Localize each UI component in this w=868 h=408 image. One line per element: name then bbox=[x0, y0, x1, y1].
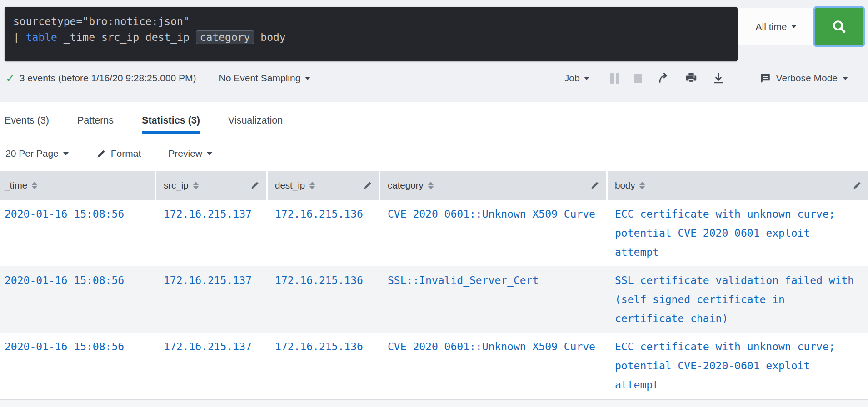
job-controls: Job bbox=[564, 72, 848, 85]
table-row: 2020-01-16 15:08:56 172.16.215.137 172.1… bbox=[0, 200, 868, 266]
cell-dest-ip[interactable]: 172.16.215.136 bbox=[268, 337, 379, 394]
export-button[interactable] bbox=[712, 72, 725, 85]
cell-time[interactable]: 2020-01-16 15:08:56 bbox=[0, 204, 155, 262]
edit-column-icon[interactable] bbox=[250, 180, 260, 190]
cell-src-ip[interactable]: 172.16.215.137 bbox=[156, 337, 266, 394]
search-button[interactable] bbox=[815, 8, 863, 45]
tab-statistics[interactable]: Statistics (3) bbox=[142, 115, 200, 134]
table-row: 2020-01-16 15:08:56 172.16.215.137 172.1… bbox=[0, 333, 868, 399]
search-header-area: sourcetype="bro:notice:json"| table _tim… bbox=[0, 0, 868, 102]
search-query-input[interactable]: sourcetype="bro:notice:json"| table _tim… bbox=[5, 7, 738, 61]
share-button[interactable] bbox=[658, 72, 670, 85]
cell-body[interactable]: ECC certificate with unknown curve; pote… bbox=[608, 204, 868, 262]
table-bottom-divider bbox=[0, 399, 868, 407]
sort-icon[interactable] bbox=[193, 182, 199, 189]
column-label: dest_ip bbox=[275, 180, 305, 191]
column-label: body bbox=[615, 180, 635, 191]
cell-src-ip[interactable]: 172.16.215.137 bbox=[156, 271, 266, 328]
query-args: _time src_ip dest_ip bbox=[64, 31, 190, 43]
event-sampling-label: No Event Sampling bbox=[219, 73, 301, 84]
cell-body[interactable]: SSL certificate validation failed with (… bbox=[608, 271, 868, 328]
tab-visualization[interactable]: Visualization bbox=[228, 115, 283, 134]
query-keyword: table bbox=[26, 31, 57, 43]
table-row: 2020-01-16 15:08:56 172.16.215.137 172.1… bbox=[0, 266, 868, 333]
results-table-header: _time src_ip dest_ip category body bbox=[0, 171, 868, 200]
cell-category[interactable]: CVE_2020_0601::Unknown_X509_Curve bbox=[380, 337, 606, 394]
job-status-bar: ✓ 3 events (before 1/16/20 9:28:25.000 P… bbox=[5, 68, 863, 89]
column-header-category[interactable]: category bbox=[380, 171, 606, 200]
search-mode-label: Verbose Mode bbox=[776, 73, 838, 84]
chevron-down-icon bbox=[791, 25, 797, 28]
cell-category[interactable]: SSL::Invalid_Server_Cert bbox=[380, 271, 606, 328]
preview-label: Preview bbox=[168, 148, 202, 159]
share-icon bbox=[658, 72, 670, 85]
time-range-picker[interactable]: All time bbox=[738, 8, 815, 45]
sort-icon[interactable] bbox=[32, 182, 37, 189]
query-pipe: | bbox=[13, 31, 20, 43]
column-header-src-ip[interactable]: src_ip bbox=[156, 171, 266, 200]
cell-time[interactable]: 2020-01-16 15:08:56 bbox=[0, 271, 155, 328]
column-header-time[interactable]: _time bbox=[0, 171, 155, 200]
pause-button[interactable] bbox=[610, 73, 619, 84]
chevron-down-icon bbox=[63, 152, 69, 155]
result-summary: 3 events (before 1/16/20 9:28:25.000 PM) bbox=[20, 73, 196, 84]
check-icon: ✓ bbox=[5, 72, 15, 84]
cell-src-ip[interactable]: 172.16.215.137 bbox=[156, 204, 266, 262]
query-selected-token[interactable]: category bbox=[196, 30, 254, 44]
edit-column-icon[interactable] bbox=[852, 180, 862, 190]
cell-dest-ip[interactable]: 172.16.215.136 bbox=[268, 271, 379, 328]
pencil-icon bbox=[96, 149, 106, 159]
verbose-mode-icon bbox=[759, 72, 771, 84]
search-icon bbox=[831, 19, 848, 35]
column-header-body[interactable]: body bbox=[608, 171, 868, 200]
column-header-dest-ip[interactable]: dest_ip bbox=[268, 171, 379, 200]
time-range-label: All time bbox=[756, 21, 787, 32]
job-menu-label: Job bbox=[564, 73, 580, 84]
format-button[interactable]: Format bbox=[96, 148, 141, 159]
per-page-dropdown[interactable]: 20 Per Page bbox=[5, 148, 69, 159]
search-bar: sourcetype="bro:notice:json"| table _tim… bbox=[5, 7, 863, 61]
search-mode-dropdown[interactable]: Verbose Mode bbox=[759, 72, 848, 84]
column-label: src_ip bbox=[164, 180, 189, 191]
sort-icon[interactable] bbox=[309, 182, 315, 189]
event-sampling-dropdown[interactable]: No Event Sampling bbox=[219, 73, 311, 84]
tab-events[interactable]: Events (3) bbox=[5, 115, 49, 134]
pause-icon bbox=[610, 73, 614, 84]
chevron-down-icon bbox=[843, 77, 848, 80]
statistics-toolbar: 20 Per Page Format Preview bbox=[0, 134, 868, 171]
cell-dest-ip[interactable]: 172.16.215.136 bbox=[268, 204, 379, 262]
chevron-down-icon bbox=[305, 77, 310, 80]
job-menu[interactable]: Job bbox=[564, 73, 589, 84]
query-trailing: body bbox=[260, 31, 285, 43]
preview-dropdown[interactable]: Preview bbox=[168, 148, 212, 159]
cell-time[interactable]: 2020-01-16 15:08:56 bbox=[0, 337, 155, 394]
results-tabs: Events (3) Patterns Statistics (3) Visua… bbox=[0, 102, 868, 134]
cell-body[interactable]: ECC certificate with unknown curve; pote… bbox=[608, 337, 868, 394]
sort-icon[interactable] bbox=[639, 182, 645, 189]
print-button[interactable] bbox=[685, 72, 698, 85]
sort-icon[interactable] bbox=[428, 182, 434, 189]
chevron-down-icon bbox=[207, 152, 212, 155]
column-label: category bbox=[388, 180, 424, 191]
per-page-label: 20 Per Page bbox=[5, 148, 59, 159]
format-label: Format bbox=[111, 148, 141, 159]
edit-column-icon[interactable] bbox=[363, 180, 373, 190]
chevron-down-icon bbox=[584, 77, 589, 80]
query-line1: sourcetype="bro:notice:json" bbox=[13, 15, 190, 27]
download-icon bbox=[712, 72, 725, 85]
cell-category[interactable]: CVE_2020_0601::Unknown_X509_Curve bbox=[380, 204, 606, 262]
tab-patterns[interactable]: Patterns bbox=[77, 115, 114, 134]
edit-column-icon[interactable] bbox=[590, 180, 600, 190]
print-icon bbox=[685, 72, 698, 85]
stop-button[interactable] bbox=[634, 74, 642, 83]
column-label: _time bbox=[5, 180, 27, 191]
